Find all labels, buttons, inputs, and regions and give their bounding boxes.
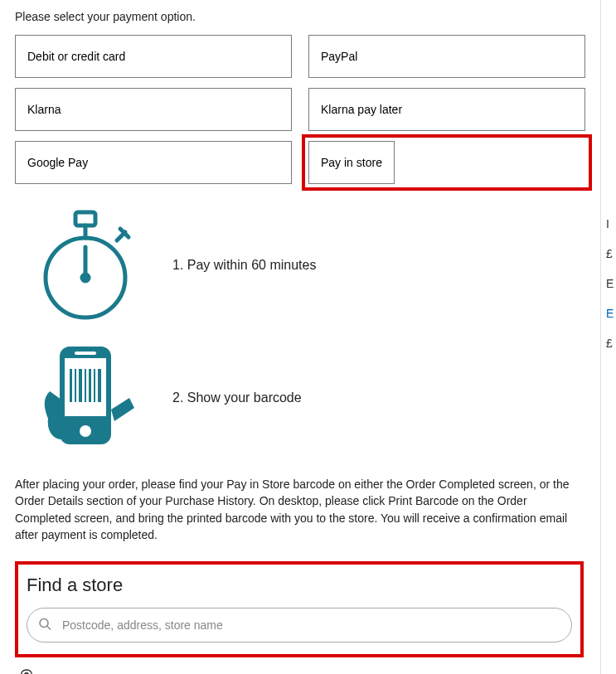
sidebar-fragment: I — [606, 217, 616, 230]
sidebar-summary-strip: I £ E E £ — [606, 217, 616, 350]
payment-option-klarna-pay-later[interactable]: Klarna pay later — [308, 88, 585, 131]
payment-option-highlight: Pay in store — [302, 134, 592, 191]
svg-rect-14 — [85, 369, 86, 402]
svg-line-19 — [47, 627, 51, 630]
pay-in-store-instructions: After placing your order, please find yo… — [15, 476, 585, 543]
svg-rect-13 — [79, 369, 82, 402]
phone-barcode-icon — [32, 340, 139, 456]
store-search-wrap — [27, 608, 572, 642]
step-2-label: 2. Show your barcode — [172, 390, 302, 405]
use-location-row: Use current location — [15, 666, 585, 674]
store-search-input[interactable] — [27, 608, 572, 642]
find-store-heading: Find a store — [27, 575, 572, 596]
svg-rect-11 — [70, 369, 72, 402]
sidebar-fragment: E — [606, 277, 616, 290]
svg-point-9 — [80, 425, 91, 437]
step-2: 2. Show your barcode — [32, 340, 585, 456]
svg-rect-12 — [75, 369, 76, 402]
svg-rect-10 — [75, 352, 96, 355]
pay-in-store-steps: 1. Pay within 60 minutes — [32, 207, 585, 456]
payment-option-debit-credit[interactable]: Debit or credit card — [15, 35, 292, 78]
step-1: 1. Pay within 60 minutes — [32, 207, 585, 323]
sidebar-fragment: E — [606, 307, 616, 320]
payment-option-paypal[interactable]: PayPal — [308, 35, 585, 78]
svg-point-2 — [82, 274, 89, 281]
step-1-label: 1. Pay within 60 minutes — [172, 258, 316, 273]
svg-point-18 — [40, 619, 48, 628]
search-icon — [38, 618, 51, 633]
sidebar-fragment: £ — [606, 247, 616, 260]
payment-option-pay-in-store[interactable]: Pay in store — [308, 141, 395, 184]
svg-rect-15 — [89, 369, 91, 402]
svg-rect-16 — [94, 369, 95, 402]
svg-rect-17 — [98, 369, 101, 402]
payment-option-klarna[interactable]: Klarna — [15, 88, 292, 131]
sidebar-fragment: £ — [606, 337, 616, 350]
location-pin-icon — [20, 669, 33, 674]
find-store-section: Find a store — [15, 561, 584, 657]
payment-options-grid: Debit or credit card PayPal Klarna Klarn… — [15, 35, 585, 184]
payment-option-google-pay[interactable]: Google Pay — [15, 141, 292, 184]
stopwatch-icon — [32, 207, 139, 323]
page-heading: Please select your payment option. — [15, 10, 585, 23]
